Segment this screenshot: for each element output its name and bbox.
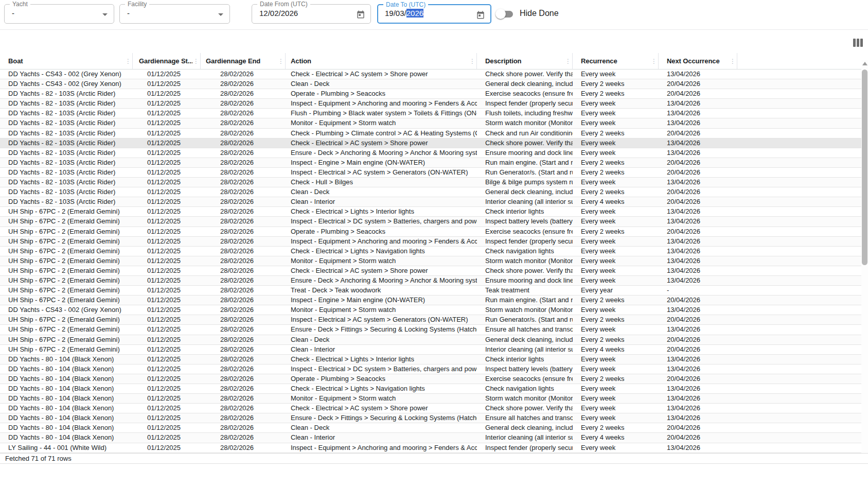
cell-desc[interactable]: General deck cleaning, including bbox=[477, 79, 573, 89]
cell-next[interactable]: 13/04/2026 bbox=[659, 355, 737, 364]
cell-boat[interactable]: DD Yachts - 82 - 103S (Arctic Rider) bbox=[0, 89, 133, 98]
vertical-scrollbar[interactable] bbox=[861, 60, 868, 453]
cell-desc[interactable]: Exercise seacocks (ensure free bbox=[477, 374, 573, 384]
cell-gstart[interactable]: 01/12/2025 bbox=[133, 364, 201, 374]
cell-next[interactable]: 13/04/2026 bbox=[659, 276, 737, 285]
cell-recur[interactable]: Every 2 weeks bbox=[573, 79, 659, 89]
cell-gend[interactable]: 28/02/2026 bbox=[201, 79, 286, 89]
cell-action[interactable]: Clean - Deck bbox=[286, 187, 477, 197]
cell-gstart[interactable]: 01/12/2025 bbox=[133, 178, 201, 187]
cell-gstart[interactable]: 01/12/2025 bbox=[133, 79, 201, 89]
cell-recur[interactable]: Every 2 weeks bbox=[573, 335, 659, 344]
cell-next[interactable]: 20/04/2026 bbox=[659, 197, 737, 206]
cell-gend[interactable]: 28/02/2026 bbox=[201, 158, 286, 167]
cell-desc[interactable]: Ensure all hatches and transom bbox=[477, 413, 573, 423]
cell-desc[interactable]: General deck cleaning, including bbox=[477, 423, 573, 432]
cell-recur[interactable]: Every week bbox=[573, 178, 659, 187]
cell-desc[interactable]: Check shore power. Verify that bbox=[477, 404, 573, 413]
cell-gend[interactable]: 28/02/2026 bbox=[201, 315, 286, 324]
table-row[interactable]: DD Yachts - CS43 - 002 (Grey Xenon)01/12… bbox=[0, 79, 868, 89]
cell-desc[interactable]: Check navigation lights bbox=[477, 247, 573, 256]
cell-gstart[interactable]: 01/12/2025 bbox=[133, 384, 201, 393]
calendar-icon[interactable] bbox=[356, 10, 365, 19]
table-row[interactable]: UH Ship - 67PC - 2 (Emerald Gemini)01/12… bbox=[0, 315, 868, 325]
cell-gend[interactable]: 28/02/2026 bbox=[201, 286, 286, 295]
cell-action[interactable]: Check - Electrical > Lights > Interior l… bbox=[286, 207, 477, 216]
cell-gstart[interactable]: 01/12/2025 bbox=[133, 217, 201, 226]
cell-next[interactable]: 20/04/2026 bbox=[659, 315, 737, 324]
cell-gend[interactable]: 28/02/2026 bbox=[201, 276, 286, 285]
cell-recur[interactable]: Every week bbox=[573, 266, 659, 275]
columns-icon[interactable] bbox=[853, 39, 863, 47]
cell-desc[interactable]: Check shore power. Verify that bbox=[477, 266, 573, 275]
column-menu-icon[interactable]: ⋮ bbox=[564, 58, 572, 65]
cell-action[interactable]: Check - Electrical > Lights > Navigation… bbox=[286, 247, 477, 256]
cell-next[interactable]: 13/04/2026 bbox=[659, 207, 737, 216]
cell-recur[interactable]: Every week bbox=[573, 276, 659, 285]
column-header-gardiennage-start[interactable]: Gardiennage St... ⋮ bbox=[133, 53, 201, 69]
cell-action[interactable]: Check - Electrical > AC system > Shore p… bbox=[286, 69, 477, 79]
cell-action[interactable]: Ensure - Deck > Anchoring & Mooring > An… bbox=[286, 276, 477, 285]
cell-next[interactable]: 20/04/2026 bbox=[659, 129, 737, 138]
column-menu-icon[interactable]: ⋮ bbox=[125, 58, 132, 65]
cell-gstart[interactable]: 01/12/2025 bbox=[133, 345, 201, 354]
cell-desc[interactable]: Interior cleaning (all interior su bbox=[477, 345, 573, 354]
cell-recur[interactable]: Every week bbox=[573, 364, 659, 374]
date-from-input[interactable]: Date From (UTC) 12/02/2026 bbox=[252, 4, 371, 24]
cell-boat[interactable]: DD Yachts - 80 - 104 (Black Xenon) bbox=[0, 355, 133, 364]
table-row[interactable]: DD Yachts - 80 - 104 (Black Xenon)01/12/… bbox=[0, 404, 868, 413]
cell-boat[interactable]: DD Yachts - CS43 - 002 (Grey Xenon) bbox=[0, 79, 133, 89]
cell-gstart[interactable]: 01/12/2025 bbox=[133, 423, 201, 432]
cell-next[interactable]: 13/04/2026 bbox=[659, 237, 737, 246]
cell-action[interactable]: Inspect - Engine > Main engine (ON-WATER… bbox=[286, 295, 477, 305]
cell-next[interactable]: 13/04/2026 bbox=[659, 384, 737, 393]
table-row[interactable]: DD Yachts - 82 - 103S (Arctic Rider)01/1… bbox=[0, 109, 868, 118]
cell-next[interactable]: 13/04/2026 bbox=[659, 325, 737, 334]
cell-action[interactable]: Treat - Deck > Teak woodwork bbox=[286, 286, 477, 295]
table-row[interactable]: DD Yachts - 80 - 104 (Black Xenon)01/12/… bbox=[0, 413, 868, 423]
column-header-boat[interactable]: Boat ⋮ bbox=[0, 53, 133, 69]
cell-action[interactable]: Inspect - Engine > Main engine (ON-WATER… bbox=[286, 158, 477, 167]
cell-recur[interactable]: Every 2 weeks bbox=[573, 374, 659, 384]
scroll-up-arrow-icon[interactable] bbox=[862, 62, 867, 65]
cell-desc[interactable]: Run Generator/s. (Start and ru bbox=[477, 168, 573, 177]
cell-gend[interactable]: 28/02/2026 bbox=[201, 217, 286, 226]
cell-action[interactable]: Monitor - Equipment > Storm watch bbox=[286, 256, 477, 266]
column-header-gardiennage-end[interactable]: Gardiennage End ⋮ bbox=[201, 53, 286, 69]
table-row[interactable]: DD Yachts - 82 - 103S (Arctic Rider)01/1… bbox=[0, 99, 868, 109]
cell-next[interactable]: 13/04/2026 bbox=[659, 413, 737, 423]
cell-recur[interactable]: Every 2 weeks bbox=[573, 158, 659, 167]
cell-gstart[interactable]: 01/12/2025 bbox=[133, 325, 201, 334]
cell-desc[interactable]: Inspect fender (properly secure bbox=[477, 237, 573, 246]
cell-recur[interactable]: Every 2 weeks bbox=[573, 295, 659, 305]
cell-gstart[interactable]: 01/12/2025 bbox=[133, 227, 201, 236]
cell-gstart[interactable]: 01/12/2025 bbox=[133, 295, 201, 305]
cell-gstart[interactable]: 01/12/2025 bbox=[133, 247, 201, 256]
cell-boat[interactable]: DD Yachts - 80 - 104 (Black Xenon) bbox=[0, 394, 133, 403]
cell-gstart[interactable]: 01/12/2025 bbox=[133, 138, 201, 148]
cell-gstart[interactable]: 01/12/2025 bbox=[133, 69, 201, 79]
cell-desc[interactable]: Storm watch monitor (Monitor bbox=[477, 118, 573, 128]
cell-desc[interactable]: General deck cleaning, including bbox=[477, 335, 573, 344]
table-row[interactable]: DD Yachts - 82 - 103S (Arctic Rider)01/1… bbox=[0, 197, 868, 207]
cell-boat[interactable]: DD Yachts - 80 - 104 (Black Xenon) bbox=[0, 423, 133, 432]
cell-gstart[interactable]: 01/12/2025 bbox=[133, 286, 201, 295]
cell-action[interactable]: Ensure - Deck > Anchoring & Mooring > An… bbox=[286, 148, 477, 158]
cell-next[interactable]: 13/04/2026 bbox=[659, 256, 737, 266]
cell-next[interactable]: 13/04/2026 bbox=[659, 217, 737, 226]
cell-next[interactable]: 13/04/2026 bbox=[659, 364, 737, 374]
cell-gstart[interactable]: 01/12/2025 bbox=[133, 197, 201, 206]
cell-next[interactable]: 13/04/2026 bbox=[659, 99, 737, 108]
table-row[interactable]: UH Ship - 67PC - 2 (Emerald Gemini)01/12… bbox=[0, 345, 868, 355]
cell-boat[interactable]: UH Ship - 67PC - 2 (Emerald Gemini) bbox=[0, 237, 133, 246]
cell-desc[interactable]: Storm watch monitor (Monitor bbox=[477, 256, 573, 266]
cell-gend[interactable]: 28/02/2026 bbox=[201, 197, 286, 206]
cell-next[interactable]: 13/04/2026 bbox=[659, 148, 737, 158]
column-header-description[interactable]: Description ⋮ bbox=[477, 53, 573, 69]
facility-select[interactable]: Facility - bbox=[119, 4, 230, 24]
cell-recur[interactable]: Every week bbox=[573, 138, 659, 148]
table-row[interactable]: DD Yachts - 80 - 104 (Black Xenon)01/12/… bbox=[0, 364, 868, 374]
table-row[interactable]: UH Ship - 67PC - 2 (Emerald Gemini)01/12… bbox=[0, 256, 868, 266]
table-row[interactable]: DD Yachts - 80 - 104 (Black Xenon)01/12/… bbox=[0, 423, 868, 433]
table-row[interactable]: UH Ship - 67PC - 2 (Emerald Gemini)01/12… bbox=[0, 247, 868, 256]
